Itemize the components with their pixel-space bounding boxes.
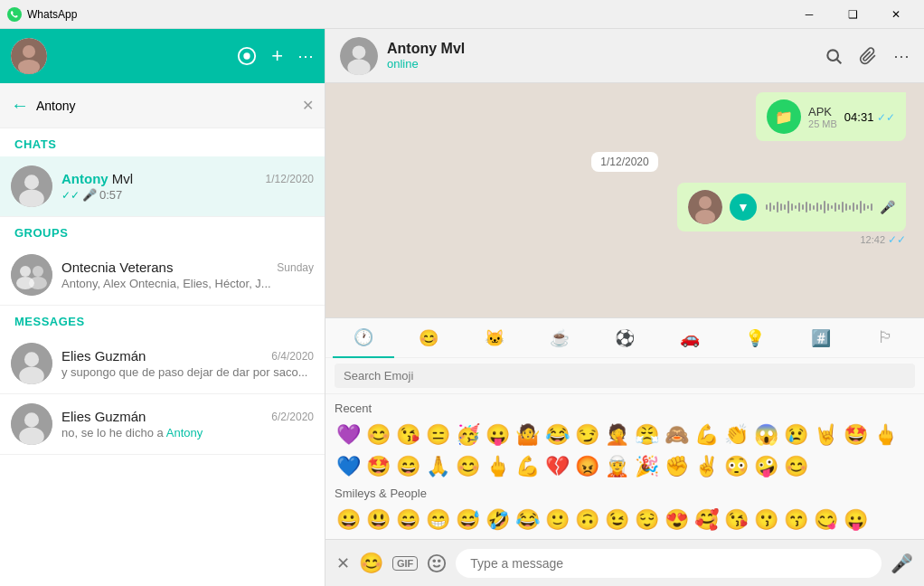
emoji-clap[interactable]: 👏	[722, 421, 750, 450]
messages-section-label: MESSAGES	[0, 306, 325, 334]
emoji-search-input[interactable]	[335, 364, 915, 388]
tab-animals[interactable]: 🐱	[463, 318, 524, 358]
chat-item-antony-mvl[interactable]: Antony Mvl 1/12/2020 ✓✓ 🎤 0:57	[0, 156, 325, 217]
tab-sports[interactable]: ⚽	[594, 318, 655, 358]
emoji-grin[interactable]: 😄	[394, 452, 422, 482]
emoji-woozy[interactable]: 🤪	[752, 452, 780, 482]
emoji-smiling-hearts[interactable]: 🥰	[693, 506, 721, 535]
tab-smileys[interactable]: 😊	[398, 318, 459, 358]
emoji-no-see[interactable]: 🙈	[663, 421, 691, 450]
emoji-smirk[interactable]: 😏	[573, 421, 601, 450]
emoji-facepalm[interactable]: 🤦	[603, 421, 631, 450]
svg-rect-47	[834, 203, 836, 212]
emoji-slightly-smile[interactable]: 🙂	[543, 506, 571, 535]
back-button[interactable]: ←	[11, 95, 29, 116]
emoji-purple-heart[interactable]: 💜	[335, 421, 363, 450]
gif-button[interactable]: GIF	[392, 556, 418, 571]
emoji-party[interactable]: 🥳	[454, 421, 482, 450]
attach-button[interactable]	[859, 47, 877, 65]
emoji-sweat-smile[interactable]: 😅	[454, 506, 482, 535]
chat-item-elies-1[interactable]: Elies Guzmán 6/4/2020 y supongo que de p…	[0, 334, 325, 394]
tab-food[interactable]: ☕	[529, 318, 590, 358]
mic-button[interactable]: 🎤	[891, 553, 913, 574]
user-avatar[interactable]	[11, 38, 47, 74]
emoji-smile[interactable]: 😊	[364, 421, 392, 450]
emoji-wink[interactable]: 😉	[603, 506, 631, 535]
emoji-laugh-cry[interactable]: 😂	[543, 421, 571, 450]
emoji-mid2[interactable]: 🖕	[484, 452, 512, 482]
preview-highlight-text: Antony	[166, 426, 203, 440]
emoji-shrug[interactable]: 🤷	[514, 421, 542, 450]
minimize-button[interactable]: ─	[788, 0, 830, 29]
chat-item-elies-2[interactable]: Elies Guzmán 6/2/2020 no, se lo he dicho…	[0, 394, 325, 455]
emoji-grin2[interactable]: 😃	[364, 506, 392, 535]
emoji-tongue[interactable]: 😛	[484, 421, 512, 450]
close-button[interactable]: ✕	[875, 0, 917, 29]
emoji-beam[interactable]: 😁	[424, 506, 452, 535]
maximize-button[interactable]: ❑	[832, 0, 873, 29]
emoji-middle[interactable]: 🖕	[872, 421, 900, 450]
clear-search-button[interactable]: ✕	[302, 97, 314, 114]
emoji-joy[interactable]: 😂	[514, 506, 542, 535]
emoji-mad[interactable]: 😤	[633, 421, 661, 450]
new-chat-button[interactable]: +	[271, 44, 283, 68]
emoji-strong[interactable]: 💪	[514, 452, 542, 482]
input-bar: ✕ 😊 GIF 🎤	[325, 539, 924, 586]
sticker-button[interactable]	[427, 553, 447, 573]
emoji-flushed[interactable]: 😳	[722, 452, 750, 482]
emoji-relieved[interactable]: 😌	[633, 506, 661, 535]
search-input[interactable]	[36, 99, 295, 113]
emoji-content: Recent 💜 😊 😘 😑 🥳 😛 🤷 😂 😏 🤦 😤 🙈 💪 👏	[325, 394, 924, 539]
emoji-picker: 🕐 😊 🐱 ☕ ⚽ 🚗 💡 #️⃣ 🏳 Recent 💜 😊	[325, 317, 924, 586]
emoji-muscle[interactable]: 💪	[693, 421, 721, 450]
chat-preview-ontecnia: Antony, Alex Ontecnia, Elies, Héctor, J.…	[61, 277, 314, 290]
emoji-rofl[interactable]: 🤣	[484, 506, 512, 535]
chat-time-elies-2: 6/2/2020	[271, 411, 314, 423]
emoji-kissing-heart[interactable]: 😘	[722, 506, 750, 535]
chat-item-ontecnia[interactable]: Ontecnia Veterans Sunday Antony, Alex On…	[0, 245, 325, 306]
emoji-upside[interactable]: 🙃	[573, 506, 601, 535]
status-icon[interactable]	[237, 46, 257, 66]
voice-play-button[interactable]: ▼	[730, 194, 757, 221]
chat-header-avatar	[340, 37, 378, 75]
emoji-star-eyes[interactable]: 🤩	[842, 421, 870, 450]
menu-button[interactable]: ⋯	[297, 46, 314, 66]
emoji-blush[interactable]: 😊	[782, 452, 810, 482]
emoji-scream[interactable]: 😱	[752, 421, 780, 450]
emoji-rock[interactable]: 🤘	[812, 421, 840, 450]
emoji-grinning[interactable]: 😀	[335, 506, 363, 535]
message-input[interactable]	[456, 549, 882, 578]
emoji-expressionless[interactable]: 😑	[424, 421, 452, 450]
emoji-pray[interactable]: 🙏	[424, 452, 452, 482]
read-ticks: ✓✓	[61, 189, 80, 202]
tab-objects[interactable]: 💡	[724, 318, 786, 358]
emoji-blue-heart[interactable]: 💙	[335, 452, 363, 482]
emoji-kissing[interactable]: 😗	[752, 506, 780, 535]
tab-recent[interactable]: 🕐	[333, 318, 394, 358]
emoji-party2[interactable]: 🧝	[603, 452, 631, 482]
emoji-cry[interactable]: 😢	[782, 421, 810, 450]
emoji-big-smile[interactable]: 😄	[394, 506, 422, 535]
svg-point-13	[29, 277, 47, 289]
tab-symbols[interactable]: #️⃣	[790, 318, 852, 358]
emoji-yum[interactable]: 😋	[812, 506, 840, 535]
emoji-angry[interactable]: 😡	[573, 452, 601, 482]
chat-menu-button[interactable]: ⋯	[893, 46, 910, 66]
emoji-victory[interactable]: ✌️	[693, 452, 721, 482]
tab-flags[interactable]: 🏳	[855, 318, 917, 358]
tab-travel[interactable]: 🚗	[659, 318, 721, 358]
close-emoji-button[interactable]: ✕	[336, 553, 350, 573]
emoji-thumbs-mid[interactable]: 😊	[454, 452, 482, 482]
emoji-heart-eyes[interactable]: 😍	[663, 506, 691, 535]
emoji-broken-heart[interactable]: 💔	[543, 452, 571, 482]
emoji-star-face[interactable]: 🤩	[364, 452, 392, 482]
emoji-stuck-out[interactable]: 😛	[842, 506, 870, 535]
emoji-fist[interactable]: ✊	[663, 452, 691, 482]
search-chat-button[interactable]	[825, 47, 843, 65]
svg-rect-35	[791, 203, 793, 211]
emoji-button[interactable]: 😊	[359, 552, 383, 575]
emoji-kissing-closed[interactable]: 😙	[782, 506, 810, 535]
voice-waveform	[764, 198, 872, 216]
emoji-celebrate[interactable]: 🎉	[633, 452, 661, 482]
emoji-kiss[interactable]: 😘	[394, 421, 422, 450]
